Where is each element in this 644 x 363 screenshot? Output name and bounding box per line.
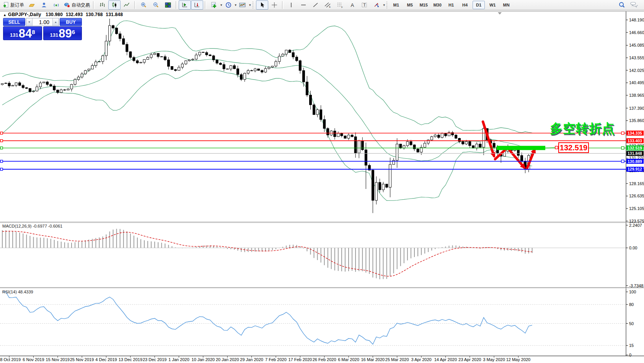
price-tag-label[interactable]: 132.519 [558,142,589,153]
price-axis-label: 145.085 [629,43,644,47]
text-button[interactable]: A [346,0,359,10]
support-zone-bar[interactable] [497,146,545,150]
candlestick [53,86,55,90]
buy-price[interactable]: 131 89 6 [43,26,82,40]
candlestick [50,85,52,86]
chart-shift-button[interactable] [179,0,191,10]
candlestick [327,129,329,135]
toolbar-separator [282,1,284,9]
candlestick [116,28,118,34]
zoom-out-button[interactable] [150,0,162,10]
candlestick [209,55,211,55]
line-anchor-marker[interactable] [0,132,3,134]
fibonacci-button[interactable]: F [334,0,346,10]
signal-icon [53,2,59,8]
new-order-button[interactable]: 新订单 [2,0,26,10]
candlestick [244,73,246,79]
accounts-button[interactable] [38,0,50,10]
volume-up-button[interactable]: ▲ [52,18,59,26]
indicators-dropdown-caret[interactable]: ▾ [220,3,222,7]
zoom-in-icon [140,2,147,8]
date-axis-label: 16 Mar 2020 [361,357,385,362]
templates-dropdown-caret[interactable]: ▾ [249,3,251,7]
line-anchor-marker[interactable] [0,147,3,149]
timeframe-button-H1[interactable]: H1 [445,1,457,9]
candlestick [236,69,239,75]
timeframe-button-W1[interactable]: W1 [486,1,499,9]
timeframe-button-M1[interactable]: M1 [390,1,402,9]
chat-button[interactable] [628,0,640,10]
ohlc-close: 131.848 [106,12,123,17]
auto-scroll-button[interactable] [191,0,203,10]
price-axis-label: 142.025 [629,68,644,73]
timeframe-button-D1[interactable]: D1 [473,1,485,9]
candlestick [57,90,59,93]
timeframe-button-H4[interactable]: H4 [459,1,471,9]
timeframe-button-M30[interactable]: M30 [431,1,443,9]
arrows-button[interactable] [371,0,383,10]
date-axis-label: 12 May 2020 [506,357,531,362]
volume-input[interactable]: 1.00 [33,18,52,26]
line-chart-button[interactable] [121,0,133,10]
signals-button[interactable] [50,0,62,10]
buy-price-sup: 6 [72,29,75,35]
sell-button[interactable]: SELL [3,18,25,26]
arrows-dropdown-caret[interactable]: ▾ [383,3,385,7]
line-handle-marker[interactable] [621,132,624,135]
line-anchor-marker[interactable] [0,168,3,170]
turning-point-annotation[interactable]: 多空转折点 [550,120,615,137]
cursor-icon [259,2,265,8]
new-order-icon [3,2,9,8]
timeframe-toolbar: M1M5M15M30H1H4D1W1MN [390,1,512,9]
panel-collapse-icon[interactable]: ▲ [3,13,7,17]
candlestick [140,62,142,63]
crosshair-button[interactable] [268,0,280,10]
trendline-icon [313,2,319,8]
date-axis-label: 26 Feb 2020 [313,357,336,362]
vertical-line-button[interactable] [285,0,297,10]
indicators-button[interactable] [208,0,220,10]
tile-windows-button[interactable] [162,0,174,10]
candlestick [36,87,38,91]
cursor-button[interactable] [256,0,268,10]
candlestick [126,44,128,52]
timeframe-button-M5[interactable]: M5 [404,1,416,9]
candlestick-chart-button[interactable] [108,0,121,10]
date-axis-label: 25 Mar 2020 [385,357,409,362]
candlestick [39,83,42,87]
candlestick [462,142,464,144]
candlestick [278,56,280,62]
one-click-trade-panel: SELL ▼ 1.00 ▲ BUY 131 84 8 131 89 6 [3,18,82,40]
line-handle-marker[interactable] [621,147,624,149]
zoom-in-button[interactable] [137,0,150,10]
buy-button[interactable]: BUY [60,18,82,26]
bar-chart-button[interactable] [96,0,108,10]
channel-button[interactable]: E [322,0,334,10]
line-anchor-marker[interactable] [0,140,3,142]
text-label-button[interactable]: T [359,0,371,10]
candlestick [372,170,374,200]
history-center-button[interactable] [26,0,38,10]
volume-down-button[interactable]: ▼ [26,18,33,26]
line-anchor-marker[interactable] [0,160,3,163]
candlestick [43,82,45,83]
trendline-button[interactable] [310,0,322,10]
candlestick [302,70,305,82]
candlestick [15,83,17,85]
timeframe-button-MN[interactable]: MN [500,1,512,9]
candlestick [479,144,481,148]
candlestick [427,140,429,143]
sell-price[interactable]: 131 84 8 [3,26,42,40]
new-order-label: 新订单 [10,2,24,8]
timeframe-button-M15[interactable]: M15 [417,1,430,9]
search-button[interactable] [616,0,628,10]
line-handle-marker[interactable] [621,160,624,163]
candlestick [105,41,108,55]
price-axis-label: 137.390 [629,106,644,111]
autotrade-button[interactable]: 自动交易 [62,0,91,10]
equidistant-channel-icon: E [324,2,331,8]
templates-button[interactable] [236,0,249,10]
periods-button[interactable] [222,0,235,10]
horizontal-line-button[interactable] [297,0,310,10]
label-anchor-marker[interactable] [555,146,558,149]
